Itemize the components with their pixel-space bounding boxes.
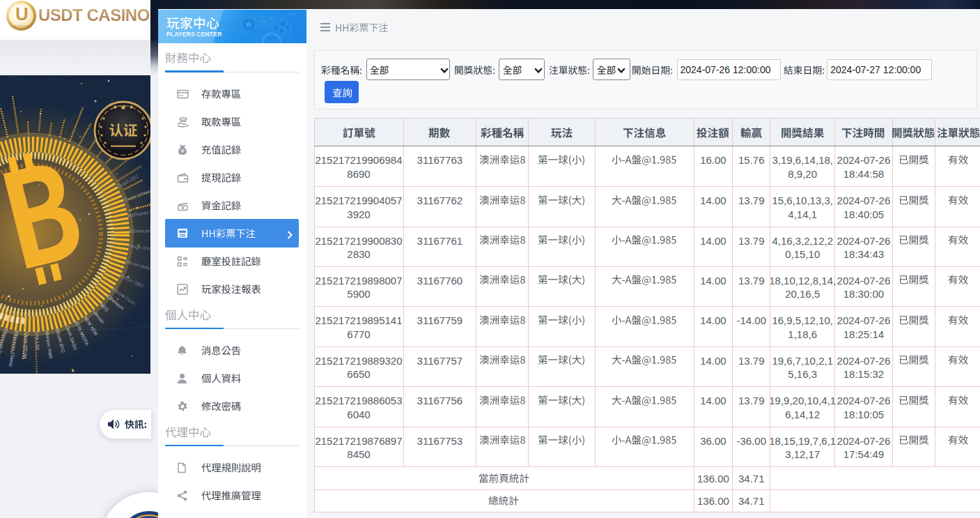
svg-text:EthereumC: EthereumC <box>130 228 150 234</box>
svg-text:Lisk LSK: Lisk LSK <box>35 332 40 351</box>
